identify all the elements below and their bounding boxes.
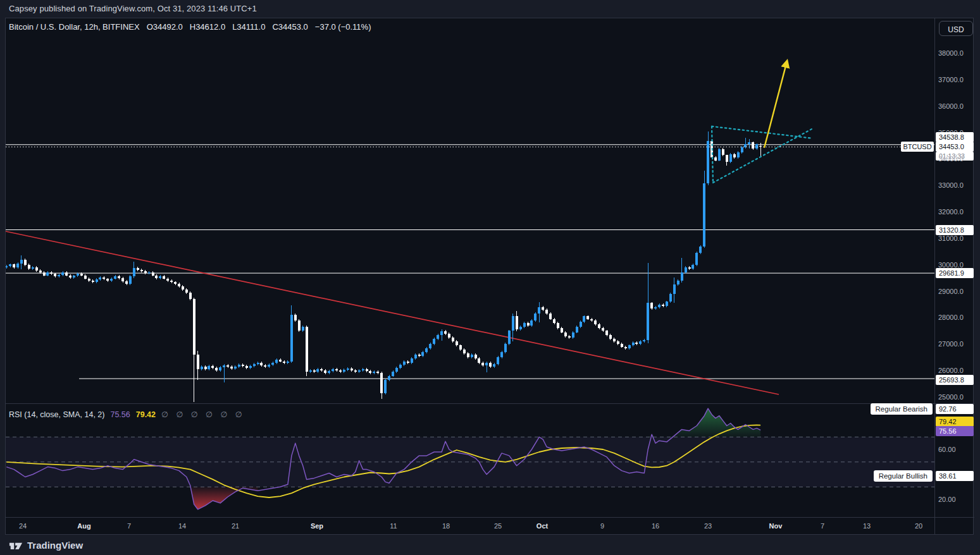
divergence-label: Regular Bullish xyxy=(874,470,933,482)
time-axis-label: Oct xyxy=(537,517,548,535)
time-axis-label: Nov xyxy=(769,517,783,535)
rsi-value-tag: 92.76 xyxy=(936,404,974,414)
time-axis-label: 21 xyxy=(232,517,239,535)
price-axis-tick: 28000.0 xyxy=(938,312,964,322)
tradingview-logo-icon xyxy=(9,540,23,550)
time-axis[interactable]: 24Aug71421Sep111825Oct91623Nov71320 xyxy=(5,517,934,535)
time-axis-label: 7 xyxy=(821,517,824,535)
footer-bar: TradingView xyxy=(0,535,980,555)
current-price-tag: 34453.0 xyxy=(936,142,974,152)
tradingview-brand-text: TradingView xyxy=(27,540,83,551)
pane-separator[interactable] xyxy=(6,403,974,404)
tradingview-brand[interactable]: TradingView xyxy=(9,540,83,551)
symbol-title[interactable]: Bitcoin / U.S. Dollar, 12h, BITFINEX xyxy=(9,22,140,32)
ohlc-open: O34492.0 xyxy=(147,22,183,32)
chart-canvas[interactable] xyxy=(0,0,980,555)
divergence-label: Regular Bearish xyxy=(871,403,933,415)
symbol-price-line-tag: BTCUSD xyxy=(901,142,934,152)
price-axis-tick: 25000.0 xyxy=(938,392,964,402)
level-price-tag: 25693.8 xyxy=(936,375,974,385)
rsi-value-tag: 75.56 xyxy=(936,426,974,436)
rsi-value-tag: 38.61 xyxy=(936,471,974,481)
rsi-axis-tick: 60.00 xyxy=(938,444,956,454)
level-price-tag: 31320.8 xyxy=(936,225,974,235)
rsi-ma-value: 79.42 xyxy=(136,410,156,419)
price-axis-tick: 34000.0 xyxy=(938,154,964,164)
price-axis-tick: 38000.0 xyxy=(938,48,964,58)
rsi-hidden-values: ∅ ∅ ∅ ∅ ∅ ∅ xyxy=(161,410,242,419)
rsi-value: 75.56 xyxy=(110,410,130,419)
rsi-title[interactable]: RSI (14, close, SMA, 14, 2) xyxy=(9,410,104,419)
ohlc-close: C34453.0 xyxy=(272,22,307,32)
rsi-axis-tick: 20.00 xyxy=(938,494,956,504)
time-axis-label: 18 xyxy=(442,517,450,535)
price-axis-tick: 26000.0 xyxy=(938,365,964,375)
rsi-value-tag: 79.42 xyxy=(936,417,974,427)
time-axis-label: 24 xyxy=(19,517,27,535)
ohlc-high: H34612.0 xyxy=(190,22,225,32)
time-axis-label: 9 xyxy=(600,517,604,535)
level-price-tag: 34538.8 xyxy=(936,132,974,142)
time-axis-label: 11 xyxy=(390,517,397,535)
price-axis-tick: 37000.0 xyxy=(938,75,964,85)
price-axis-tick: 32000.0 xyxy=(938,207,964,217)
time-axis-label: 14 xyxy=(178,517,186,535)
rsi-legend: RSI (14, close, SMA, 14, 2) 75.56 79.42 … xyxy=(9,410,242,419)
currency-toggle-button[interactable]: USD xyxy=(939,21,973,36)
price-axis-tick: 33000.0 xyxy=(938,180,964,190)
price-axis-tick: 36000.0 xyxy=(938,101,964,111)
tradingview-published-chart: Capsey published on TradingView.com, Oct… xyxy=(0,0,980,555)
time-axis-label: 20 xyxy=(915,517,922,535)
ohlc-low: L34111.0 xyxy=(232,22,265,32)
time-axis-label: 25 xyxy=(494,517,502,535)
price-pane xyxy=(5,61,934,403)
price-axis-tick: 27000.0 xyxy=(938,339,964,349)
time-axis-label: 23 xyxy=(704,517,712,535)
time-axis-label: 16 xyxy=(652,517,659,535)
price-change: −37.0 (−0.11%) xyxy=(315,22,371,32)
time-axis-label: Sep xyxy=(311,517,323,535)
rsi-pane xyxy=(6,408,934,509)
time-axis-label: 13 xyxy=(863,517,871,535)
level-price-tag: 29681.9 xyxy=(936,268,974,278)
time-axis-label: 7 xyxy=(127,517,131,535)
price-axis-tick: 29000.0 xyxy=(938,286,964,296)
time-axis-label: Aug xyxy=(77,517,90,535)
symbol-legend: Bitcoin / U.S. Dollar, 12h, BITFINEX O34… xyxy=(9,22,371,32)
